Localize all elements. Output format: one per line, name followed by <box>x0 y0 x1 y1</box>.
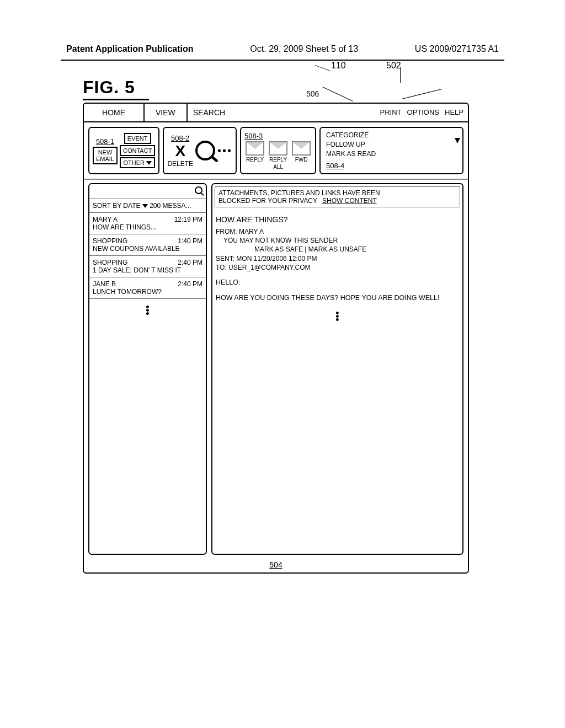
delete-button[interactable]: X DELETE <box>167 143 193 168</box>
body-line2: HOW ARE YOU DOING THESE DAYS? HOPE YOU A… <box>216 294 459 302</box>
find-cluster: ••• <box>195 141 232 160</box>
sent-line: SENT: MON 11/20/2006 12:00 PM <box>216 254 459 263</box>
list-item-time: 1:40 PM <box>178 237 202 245</box>
list-item-subject: 1 DAY SALE; DON' T MISS IT <box>93 266 202 274</box>
toolbar: 508-1 NEW EMAIL EVENT CONTACT OTHER <box>84 122 468 180</box>
categorize-button[interactable]: CATEGORIZE <box>326 131 376 139</box>
ref-506: 506 <box>306 89 319 98</box>
figure-underline <box>83 99 149 100</box>
ellipsis-icon: ••• <box>217 144 232 157</box>
header-center: Oct. 29, 2009 Sheet 5 of 13 <box>250 44 358 54</box>
preview-spacer <box>212 328 462 554</box>
event-button[interactable]: EVENT <box>124 133 151 144</box>
toolbar-group-respond: 508-3 REPLY REPLY ALL <box>240 127 316 174</box>
flag-list: CATEGORIZE FOLLOW UP MARK AS READ 508-4 <box>324 130 378 171</box>
respond-stack: 508-3 REPLY REPLY ALL <box>244 132 312 170</box>
list-item[interactable]: SHOPPING 2:40 PM 1 DAY SALE; DON' T MISS… <box>89 256 206 277</box>
envelope-icon <box>292 141 311 156</box>
arrow-down-icon <box>455 138 460 143</box>
mark-safe-unsafe[interactable]: MARK AS SAFE | MARK AS UNSAFE <box>216 245 459 254</box>
new-stack-left: 508-1 NEW EMAIL <box>93 137 118 164</box>
app-window: HOME VIEW SEARCH PRINT OPTIONS HELP 508-… <box>83 103 469 574</box>
reply-label: REPLY <box>246 157 264 163</box>
sort-row[interactable]: SORT BY DATE 200 MESSA... <box>89 199 206 213</box>
message-list-pane: SORT BY DATE 200 MESSA... MARY A 12:19 P… <box>88 183 207 555</box>
new-email-button[interactable]: NEW EMAIL <box>93 147 118 164</box>
ref-508-2: 508-2 <box>171 134 189 142</box>
header-rule <box>61 60 504 61</box>
list-item-subject: HOW ARE THINGS... <box>93 223 202 231</box>
other-dropdown[interactable]: OTHER <box>120 157 155 168</box>
list-item-top: SHOPPING 2:40 PM <box>93 259 202 266</box>
new-email-line1: NEW <box>98 149 113 156</box>
mark-as-read-button[interactable]: MARK AS READ <box>326 150 376 158</box>
preview-meta: FROM: MARY A YOU MAY NOT KNOW THIS SENDE… <box>212 227 462 275</box>
menu-print[interactable]: PRINT <box>380 108 402 117</box>
menu-help[interactable]: HELP <box>445 108 463 117</box>
envelope-icon <box>246 141 264 156</box>
list-item-top: MARY A 12:19 PM <box>93 216 202 223</box>
ref-504: 504 <box>84 558 468 572</box>
show-content-link[interactable]: SHOW CONTENT <box>322 197 377 205</box>
list-item-time: 2:40 PM <box>178 280 202 288</box>
list-item[interactable]: MARY A 12:19 PM HOW ARE THINGS... <box>89 213 206 234</box>
delete-stack: 508-2 X DELETE <box>167 134 193 168</box>
from-line: FROM: MARY A <box>216 227 459 236</box>
respond-buttons-row: REPLY REPLY ALL FWD <box>244 141 312 170</box>
magnifier-icon[interactable] <box>195 141 215 160</box>
vertical-ellipsis-icon: ••• <box>89 299 206 322</box>
forward-button[interactable]: FWD <box>291 141 312 163</box>
menu-options[interactable]: OPTIONS <box>407 108 440 117</box>
leadline-110 <box>315 65 331 71</box>
count-label: 200 MESSA... <box>150 202 191 210</box>
follow-up-button[interactable]: FOLLOW UP <box>326 141 376 148</box>
reply-all-button[interactable]: REPLY ALL <box>268 141 289 170</box>
to-line: TO: USER_1@COMPANY.COM <box>216 263 459 272</box>
chevron-down-icon <box>142 204 148 208</box>
fwd-label: FWD <box>295 157 308 163</box>
list-item-from: SHOPPING <box>93 237 127 245</box>
toolbar-group-flags: CATEGORIZE FOLLOW UP MARK AS READ 508-4 <box>319 127 463 174</box>
toolbar-group-delete: 508-2 X DELETE ••• <box>163 127 237 174</box>
preview-body: HELLO: HOW ARE YOU DOING THESE DAYS? HOP… <box>212 275 462 305</box>
contact-button[interactable]: CONTACT <box>120 145 155 156</box>
header-left: Patent Application Publication <box>66 44 194 54</box>
body-split: SORT BY DATE 200 MESSA... MARY A 12:19 P… <box>84 180 468 558</box>
delete-label: DELETE <box>167 160 193 168</box>
new-email-line2: EMAIL <box>96 156 114 162</box>
sort-label: SORT BY DATE <box>93 202 140 210</box>
list-item-subject: NEW COUPONS AVAILABLE <box>93 245 202 253</box>
privacy-banner: ATTACHMENTS, PICTURES AND LINKS HAVE BEE… <box>215 186 460 207</box>
ref-110: 110 <box>331 61 346 71</box>
search-label: SEARCH <box>188 104 376 121</box>
new-stack-right: EVENT CONTACT OTHER <box>120 133 155 168</box>
reply-button[interactable]: REPLY <box>244 141 265 163</box>
list-item-time: 12:19 PM <box>174 216 202 223</box>
x-icon: X <box>175 143 185 159</box>
list-item-subject: LUNCH TOMORROW? <box>93 288 202 296</box>
menubar-right: PRINT OPTIONS HELP <box>376 104 468 121</box>
reply-all-label-2: ALL <box>273 164 283 170</box>
list-spacer <box>89 322 206 554</box>
tab-view[interactable]: VIEW <box>145 104 188 121</box>
reply-all-label-1: REPLY <box>269 157 287 163</box>
chevron-down-icon <box>146 161 152 165</box>
list-item-from: MARY A <box>93 216 118 223</box>
body-line1: HELLO: <box>216 279 459 286</box>
ref-508-4: 508-4 <box>326 162 376 170</box>
privacy-line2: BLOCKED FOR YOUR PRIVACY <box>218 197 317 205</box>
ref-508-3: 508-3 <box>244 132 263 140</box>
list-item-top: SHOPPING 1:40 PM <box>93 237 202 245</box>
list-item[interactable]: SHOPPING 1:40 PM NEW COUPONS AVAILABLE <box>89 234 206 256</box>
tab-home[interactable]: HOME <box>84 104 145 121</box>
list-search-row[interactable] <box>89 184 206 199</box>
preview-subject: HOW ARE THINGS? <box>212 210 462 227</box>
page: Patent Application Publication Oct. 29, … <box>0 0 565 574</box>
menubar: HOME VIEW SEARCH PRINT OPTIONS HELP <box>84 104 468 122</box>
figure-area: FIG. 5 110 502 506 HOME VIEW SEARCH PRIN… <box>83 77 469 574</box>
preview-pane: ATTACHMENTS, PICTURES AND LINKS HAVE BEE… <box>211 183 463 555</box>
list-item[interactable]: JANE B 2:40 PM LUNCH TOMORROW? <box>89 277 206 299</box>
other-label: OTHER <box>123 159 145 166</box>
list-item-time: 2:40 PM <box>178 259 202 266</box>
list-item-from: JANE B <box>93 280 116 288</box>
